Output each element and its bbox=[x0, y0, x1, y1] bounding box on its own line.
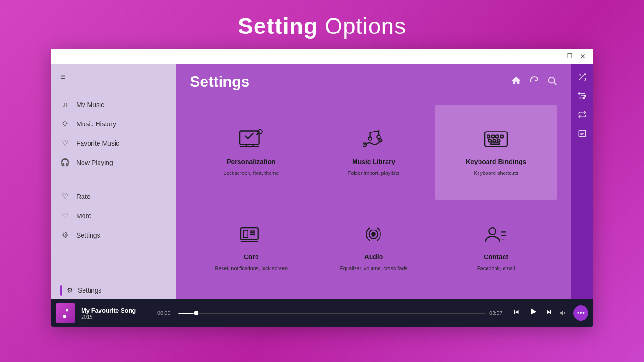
minimize-button[interactable]: — bbox=[550, 49, 563, 63]
home-icon-button[interactable] bbox=[511, 75, 521, 88]
next-button[interactable] bbox=[545, 308, 553, 319]
sidebar-bottom-item-rate[interactable]: ♡Rate bbox=[51, 187, 176, 206]
core-title: Core bbox=[244, 253, 259, 261]
player-progress-dot bbox=[194, 311, 198, 315]
core-icon bbox=[238, 223, 264, 248]
svg-point-0 bbox=[549, 77, 555, 83]
svg-point-37 bbox=[585, 95, 586, 97]
contact-subtitle: Facebook, email bbox=[477, 265, 515, 271]
settings-card-contact[interactable]: Contact Facebook, email bbox=[435, 200, 557, 295]
favorite-music-icon: ♡ bbox=[60, 139, 70, 148]
music-history-icon: ⟳ bbox=[60, 119, 70, 128]
sidebar-item-now-playing[interactable]: 🎧Now Playing bbox=[51, 153, 176, 172]
player-controls bbox=[512, 306, 553, 320]
audio-icon bbox=[360, 223, 387, 248]
audio-title: Audio bbox=[364, 253, 383, 261]
page-title-normal: Options bbox=[318, 14, 406, 39]
right-sidebar bbox=[571, 64, 593, 299]
lyrics-button[interactable] bbox=[574, 125, 591, 142]
player-current-time: 00:00 bbox=[157, 310, 174, 316]
sidebar-bottom-item-more[interactable]: ♡More bbox=[51, 206, 176, 225]
repeat-button[interactable] bbox=[574, 106, 591, 123]
settings-card-music-library[interactable]: Music Library Folder import, playlists bbox=[313, 105, 435, 200]
rate-icon: ♡ bbox=[60, 192, 70, 201]
close-button[interactable]: ✕ bbox=[576, 49, 589, 63]
svg-point-28 bbox=[372, 232, 375, 236]
refresh-icon-button[interactable] bbox=[529, 75, 539, 88]
sidebar-item-music-history[interactable]: ⟳Music History bbox=[51, 114, 176, 133]
svg-point-36 bbox=[579, 93, 580, 94]
sidebar-nav: ♫My Music⟳Music History♡Favorite Music🎧N… bbox=[51, 90, 176, 281]
keyboard-bindings-title: Keyboard Bindings bbox=[466, 158, 526, 165]
svg-point-10 bbox=[368, 137, 372, 140]
player-progress-fill bbox=[178, 313, 194, 314]
equalizer-button[interactable] bbox=[574, 87, 591, 104]
search-icon-button[interactable] bbox=[547, 75, 557, 88]
title-bar: — ❐ ✕ bbox=[51, 49, 593, 64]
album-art bbox=[56, 303, 75, 323]
player-info: My Favourite Song 2015 bbox=[81, 307, 152, 320]
player-more-button[interactable]: ••• bbox=[573, 305, 588, 321]
svg-point-11 bbox=[377, 135, 380, 139]
hamburger-menu-button[interactable]: ≡ bbox=[51, 64, 176, 90]
play-button[interactable] bbox=[527, 306, 538, 320]
keyboard-bindings-icon bbox=[483, 128, 509, 153]
content-title: Settings bbox=[190, 73, 249, 90]
svg-rect-15 bbox=[496, 135, 499, 138]
now-playing-label: Now Playing bbox=[76, 159, 113, 166]
prev-button[interactable] bbox=[512, 308, 520, 319]
settings-card-audio[interactable]: Audio Equalizer, volume, cross-fade bbox=[313, 200, 435, 295]
player-song-title: My Favourite Song bbox=[81, 307, 152, 314]
my-music-label: My Music bbox=[76, 101, 104, 108]
header-icons bbox=[511, 75, 557, 88]
keyboard-bindings-subtitle: Keyboard shortcuts bbox=[474, 170, 519, 176]
sidebar-bottom: ♡Rate♡More⚙Settings bbox=[51, 182, 176, 249]
page-title-area: Setting Options bbox=[0, 0, 644, 49]
sidebar: ≡ ♫My Music⟳Music History♡Favorite Music… bbox=[51, 64, 176, 299]
audio-subtitle: Equalizer, volume, cross-fade bbox=[339, 265, 407, 271]
svg-rect-17 bbox=[489, 140, 492, 142]
contact-icon bbox=[483, 223, 509, 248]
sidebar-divider bbox=[60, 177, 166, 177]
svg-rect-20 bbox=[491, 143, 499, 145]
settings-icon: ⚙ bbox=[60, 230, 70, 239]
svg-line-7 bbox=[257, 133, 258, 135]
svg-line-1 bbox=[554, 82, 556, 85]
svg-rect-18 bbox=[493, 140, 496, 142]
settings-card-core[interactable]: Core Reset, notifications, lock screen bbox=[190, 200, 313, 295]
contact-title: Contact bbox=[484, 253, 508, 261]
svg-point-38 bbox=[583, 97, 585, 99]
sidebar-bottom-item-settings[interactable]: ⚙Settings bbox=[51, 225, 176, 245]
player-year: 2015 bbox=[81, 314, 152, 320]
sidebar-active-section: ⚙ Settings bbox=[51, 281, 176, 299]
settings-card-personalization[interactable]: Personalization Lockscreen, font, theme bbox=[190, 105, 313, 200]
music-library-subtitle: Folder import, playlists bbox=[347, 170, 399, 176]
sidebar-item-my-music[interactable]: ♫My Music bbox=[51, 95, 176, 114]
music-history-label: Music History bbox=[76, 120, 116, 128]
maximize-button[interactable]: ❐ bbox=[563, 49, 576, 63]
now-playing-icon: 🎧 bbox=[60, 158, 70, 167]
hamburger-icon: ≡ bbox=[60, 72, 66, 82]
settings-grid: Personalization Lockscreen, font, theme … bbox=[176, 95, 571, 299]
svg-rect-2 bbox=[240, 131, 259, 145]
my-music-icon: ♫ bbox=[60, 100, 70, 109]
player-volume bbox=[559, 309, 568, 317]
content-area: Settings Personalization Lockscreen bbox=[176, 64, 571, 299]
svg-point-29 bbox=[489, 228, 496, 235]
shuffle-button[interactable] bbox=[574, 68, 591, 85]
active-label: Settings bbox=[78, 287, 102, 294]
settings-card-keyboard-bindings[interactable]: Keyboard Bindings Keyboard shortcuts bbox=[435, 105, 557, 200]
active-indicator bbox=[60, 285, 62, 296]
svg-point-8 bbox=[363, 143, 366, 147]
music-library-title: Music Library bbox=[352, 158, 395, 165]
core-subtitle: Reset, notifications, lock screen bbox=[215, 265, 288, 271]
sidebar-item-favorite-music[interactable]: ♡Favorite Music bbox=[51, 133, 176, 153]
music-library-icon bbox=[360, 128, 387, 153]
active-icon: ⚙ bbox=[67, 287, 73, 294]
settings-label: Settings bbox=[76, 231, 100, 239]
player-progress-bar[interactable] bbox=[178, 313, 486, 314]
page-title-bold: Setting bbox=[238, 14, 318, 39]
main-area: ≡ ♫My Music⟳Music History♡Favorite Music… bbox=[51, 64, 593, 299]
svg-rect-13 bbox=[487, 135, 490, 138]
app-window: — ❐ ✕ ≡ ♫My Music⟳Music History♡Favorite… bbox=[51, 49, 593, 327]
